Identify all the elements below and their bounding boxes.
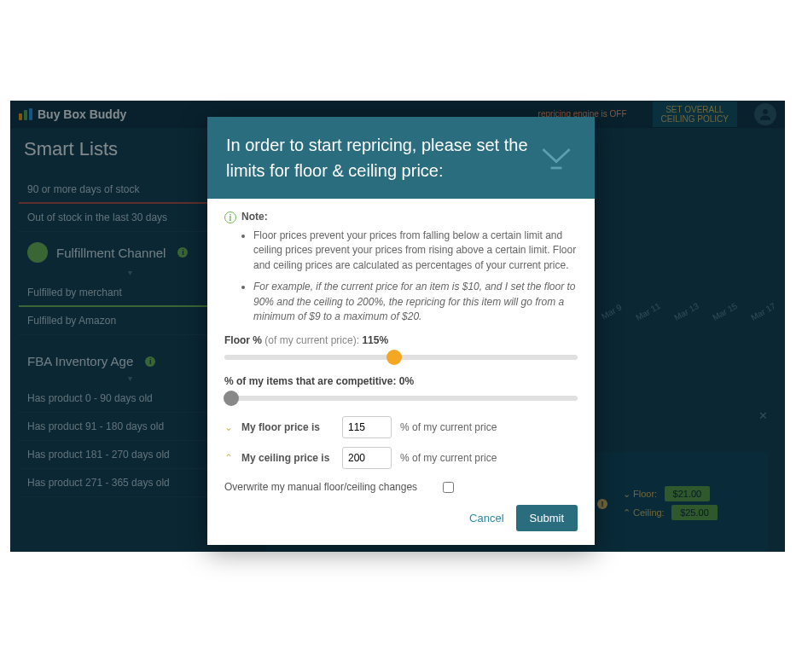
overwrite-checkbox-row: Overwrite my manual floor/ceiling change… bbox=[224, 481, 578, 493]
floor-slider-thumb[interactable] bbox=[386, 350, 402, 365]
repricing-limits-modal: In order to start repricing, please set … bbox=[207, 117, 595, 545]
modal-title: In order to start repricing, please set … bbox=[226, 132, 537, 183]
modal-header: In order to start repricing, please set … bbox=[207, 117, 595, 199]
floor-price-input[interactable] bbox=[342, 416, 392, 438]
floor-field-label: My floor price is bbox=[241, 421, 334, 433]
note-label: Note: bbox=[241, 211, 268, 223]
ceiling-icon: ⌃ bbox=[224, 452, 233, 464]
submit-button[interactable]: Submit bbox=[516, 505, 578, 531]
note-example: For example, if the current price for an… bbox=[253, 280, 578, 324]
info-icon: i bbox=[224, 211, 236, 223]
competitive-slider[interactable] bbox=[224, 396, 578, 401]
competitive-slider-label: % of my items that are competitive: 0% bbox=[224, 375, 578, 387]
modal-body: i Note: Floor prices prevent your prices… bbox=[207, 199, 595, 545]
ceiling-field-label: My ceiling price is bbox=[241, 452, 334, 464]
ceiling-price-field-row: ⌃ My ceiling price is % of my current pr… bbox=[224, 447, 578, 469]
modal-actions: Cancel Submit bbox=[224, 505, 578, 531]
cancel-button[interactable]: Cancel bbox=[469, 512, 503, 524]
note-text: Floor prices prevent your prices from fa… bbox=[253, 229, 578, 273]
field-suffix: % of my current price bbox=[400, 452, 497, 464]
pulse-icon bbox=[537, 138, 576, 177]
ceiling-price-input[interactable] bbox=[342, 447, 392, 469]
floor-slider-label: Floor % (of my current price): 115% bbox=[224, 334, 578, 346]
overwrite-label: Overwrite my manual floor/ceiling change… bbox=[224, 481, 417, 493]
floor-price-field-row: ⌄ My floor price is % of my current pric… bbox=[224, 416, 578, 438]
floor-slider[interactable] bbox=[224, 355, 578, 360]
floor-icon: ⌄ bbox=[224, 421, 233, 433]
competitive-slider-thumb[interactable] bbox=[224, 391, 239, 406]
field-suffix: % of my current price bbox=[400, 421, 497, 433]
note-list: Floor prices prevent your prices from fa… bbox=[253, 229, 578, 324]
overwrite-checkbox[interactable] bbox=[443, 482, 454, 493]
